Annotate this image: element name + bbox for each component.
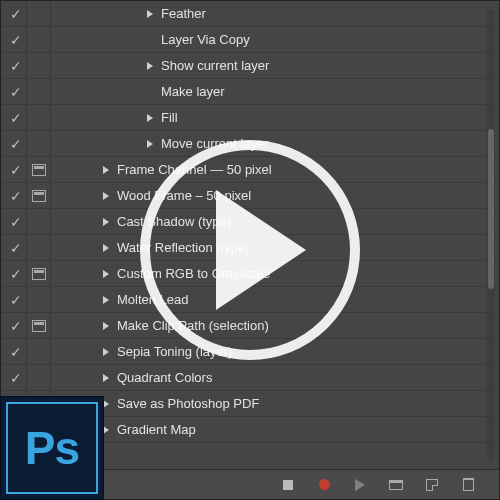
toggle-dialog[interactable]	[27, 365, 51, 391]
toggle-enabled[interactable]: ✓	[5, 261, 27, 287]
check-icon: ✓	[10, 32, 22, 48]
action-row[interactable]: ✓Show current layer	[1, 53, 499, 79]
disclosure-triangle-icon[interactable]	[103, 270, 109, 278]
toggle-dialog[interactable]	[27, 1, 51, 27]
check-icon: ✓	[10, 84, 22, 100]
toggle-enabled[interactable]: ✓	[5, 131, 27, 157]
toggle-dialog[interactable]	[27, 261, 51, 287]
disclosure-triangle-icon[interactable]	[103, 218, 109, 226]
new-set-icon[interactable]	[389, 478, 403, 492]
action-row[interactable]: ✓Molten Lead	[1, 287, 499, 313]
dialog-icon	[32, 268, 46, 280]
stop-icon[interactable]	[281, 478, 295, 492]
record-icon[interactable]	[317, 478, 331, 492]
action-row[interactable]: ✓Fill	[1, 105, 499, 131]
action-label: Quadrant Colors	[117, 370, 212, 385]
action-row[interactable]: ✓Wood Frame – 50 pixel	[1, 183, 499, 209]
disclosure-triangle-icon[interactable]	[103, 166, 109, 174]
disclosure-triangle-icon[interactable]	[103, 192, 109, 200]
action-label: Make Clip Path (selection)	[117, 318, 269, 333]
check-icon: ✓	[10, 266, 22, 282]
disclosure-triangle-icon[interactable]	[103, 374, 109, 382]
check-icon: ✓	[10, 162, 22, 178]
check-icon: ✓	[10, 136, 22, 152]
action-label: Make layer	[161, 84, 225, 99]
action-row[interactable]: ✓Quadrant Colors	[1, 365, 499, 391]
action-row[interactable]: ✓Move current layer	[1, 131, 499, 157]
check-icon: ✓	[10, 58, 22, 74]
check-icon: ✓	[10, 188, 22, 204]
disclosure-triangle-icon[interactable]	[103, 244, 109, 252]
toggle-dialog[interactable]	[27, 157, 51, 183]
check-icon: ✓	[10, 318, 22, 334]
action-row[interactable]: ✓Water Reflection (type)	[1, 235, 499, 261]
disclosure-triangle-icon[interactable]	[103, 296, 109, 304]
toggle-enabled[interactable]: ✓	[5, 79, 27, 105]
toggle-enabled[interactable]: ✓	[5, 209, 27, 235]
disclosure-triangle-icon[interactable]	[147, 62, 153, 70]
toggle-dialog[interactable]	[27, 235, 51, 261]
dialog-icon	[32, 320, 46, 332]
toggle-dialog[interactable]	[27, 105, 51, 131]
toggle-dialog[interactable]	[27, 287, 51, 313]
action-row[interactable]: ✓Cast Shadow (type)	[1, 209, 499, 235]
toggle-dialog[interactable]	[27, 53, 51, 79]
action-row[interactable]: ✓Custom RGB to Grayscale	[1, 261, 499, 287]
toggle-dialog[interactable]	[27, 339, 51, 365]
check-icon: ✓	[10, 292, 22, 308]
action-label: Save as Photoshop PDF	[117, 396, 259, 411]
action-label: Molten Lead	[117, 292, 189, 307]
trash-icon[interactable]	[461, 478, 475, 492]
action-row[interactable]: ✓Layer Via Copy	[1, 27, 499, 53]
ps-logo-text: Ps	[25, 421, 79, 475]
toggle-enabled[interactable]: ✓	[5, 287, 27, 313]
action-row[interactable]: ✓Make Clip Path (selection)	[1, 313, 499, 339]
toggle-enabled[interactable]: ✓	[5, 235, 27, 261]
action-label: Frame Channel — 50 pixel	[117, 162, 272, 177]
action-label: Feather	[161, 6, 206, 21]
action-label: Layer Via Copy	[161, 32, 250, 47]
toggle-enabled[interactable]: ✓	[5, 157, 27, 183]
new-action-icon[interactable]	[425, 478, 439, 492]
check-icon: ✓	[10, 344, 22, 360]
action-label: Gradient Map	[117, 422, 196, 437]
check-icon: ✓	[10, 214, 22, 230]
toggle-enabled[interactable]: ✓	[5, 105, 27, 131]
action-row[interactable]: ✓Sepia Toning (layer)	[1, 339, 499, 365]
disclosure-triangle-icon[interactable]	[147, 114, 153, 122]
action-label: Move current layer	[161, 136, 269, 151]
toggle-dialog[interactable]	[27, 27, 51, 53]
toggle-dialog[interactable]	[27, 131, 51, 157]
disclosure-triangle-icon[interactable]	[103, 322, 109, 330]
check-icon: ✓	[10, 370, 22, 386]
toggle-enabled[interactable]: ✓	[5, 313, 27, 339]
action-label: Wood Frame – 50 pixel	[117, 188, 251, 203]
disclosure-triangle-icon[interactable]	[147, 10, 153, 18]
action-label: Water Reflection (type)	[117, 240, 249, 255]
toggle-enabled[interactable]: ✓	[5, 27, 27, 53]
dialog-icon	[32, 164, 46, 176]
check-icon: ✓	[10, 6, 22, 22]
toggle-dialog[interactable]	[27, 313, 51, 339]
action-label: Cast Shadow (type)	[117, 214, 231, 229]
toggle-enabled[interactable]: ✓	[5, 339, 27, 365]
toggle-enabled[interactable]: ✓	[5, 183, 27, 209]
action-row[interactable]: ✓Make layer	[1, 79, 499, 105]
photoshop-badge: Ps	[0, 396, 104, 500]
toggle-enabled[interactable]: ✓	[5, 53, 27, 79]
action-label: Fill	[161, 110, 178, 125]
toggle-dialog[interactable]	[27, 183, 51, 209]
action-label: Sepia Toning (layer)	[117, 344, 232, 359]
toggle-enabled[interactable]: ✓	[5, 1, 27, 27]
scrollbar[interactable]	[487, 9, 495, 461]
play-icon[interactable]	[353, 478, 367, 492]
action-row[interactable]: ✓Frame Channel — 50 pixel	[1, 157, 499, 183]
disclosure-triangle-icon[interactable]	[147, 140, 153, 148]
disclosure-triangle-icon[interactable]	[103, 348, 109, 356]
check-icon: ✓	[10, 110, 22, 126]
check-icon: ✓	[10, 240, 22, 256]
toggle-dialog[interactable]	[27, 79, 51, 105]
toggle-enabled[interactable]: ✓	[5, 365, 27, 391]
action-row[interactable]: ✓Feather	[1, 1, 499, 27]
toggle-dialog[interactable]	[27, 209, 51, 235]
